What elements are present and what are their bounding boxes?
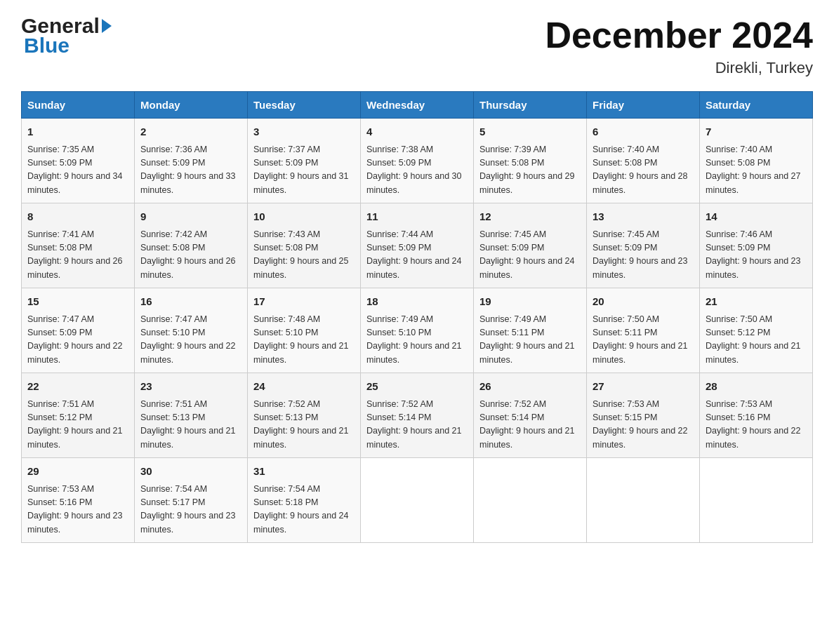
header-wednesday: Wednesday bbox=[361, 92, 474, 119]
day-info: Sunrise: 7:39 AMSunset: 5:08 PMDaylight:… bbox=[479, 143, 581, 198]
day-number: 8 bbox=[27, 209, 128, 225]
day-info: Sunrise: 7:50 AMSunset: 5:12 PMDaylight:… bbox=[706, 313, 807, 368]
day-number: 19 bbox=[479, 294, 581, 310]
page-subtitle: Direkli, Turkey bbox=[545, 59, 813, 77]
day-number: 10 bbox=[253, 209, 355, 225]
day-number: 25 bbox=[366, 379, 468, 395]
calendar-table: SundayMondayTuesdayWednesdayThursdayFrid… bbox=[21, 91, 813, 543]
day-number: 27 bbox=[593, 379, 694, 395]
day-number: 15 bbox=[27, 294, 128, 310]
week-row-2: 8Sunrise: 7:41 AMSunset: 5:08 PMDaylight… bbox=[22, 203, 813, 288]
day-cell-3: 3Sunrise: 7:37 AMSunset: 5:09 PMDaylight… bbox=[248, 119, 361, 203]
day-cell-15: 15Sunrise: 7:47 AMSunset: 5:09 PMDayligh… bbox=[22, 288, 135, 373]
day-number: 7 bbox=[706, 124, 807, 140]
day-cell-18: 18Sunrise: 7:49 AMSunset: 5:10 PMDayligh… bbox=[361, 288, 474, 373]
empty-cell bbox=[474, 458, 587, 543]
day-info: Sunrise: 7:48 AMSunset: 5:10 PMDaylight:… bbox=[253, 313, 355, 368]
day-info: Sunrise: 7:54 AMSunset: 5:17 PMDaylight:… bbox=[140, 483, 241, 537]
week-row-3: 15Sunrise: 7:47 AMSunset: 5:09 PMDayligh… bbox=[22, 288, 813, 373]
day-number: 4 bbox=[366, 124, 468, 140]
day-cell-5: 5Sunrise: 7:39 AMSunset: 5:08 PMDaylight… bbox=[474, 119, 587, 203]
day-cell-1: 1Sunrise: 7:35 AMSunset: 5:09 PMDaylight… bbox=[22, 119, 135, 203]
day-info: Sunrise: 7:45 AMSunset: 5:09 PMDaylight:… bbox=[479, 228, 581, 283]
header-saturday: Saturday bbox=[700, 92, 813, 119]
day-info: Sunrise: 7:51 AMSunset: 5:12 PMDaylight:… bbox=[27, 398, 128, 452]
day-info: Sunrise: 7:38 AMSunset: 5:09 PMDaylight:… bbox=[366, 143, 468, 198]
day-cell-6: 6Sunrise: 7:40 AMSunset: 5:08 PMDaylight… bbox=[587, 119, 700, 203]
header-row: SundayMondayTuesdayWednesdayThursdayFrid… bbox=[22, 92, 813, 119]
header-thursday: Thursday bbox=[474, 92, 587, 119]
logo-arrow-icon bbox=[102, 19, 112, 33]
day-number: 14 bbox=[706, 209, 807, 225]
header-friday: Friday bbox=[587, 92, 700, 119]
day-info: Sunrise: 7:41 AMSunset: 5:08 PMDaylight:… bbox=[27, 228, 128, 283]
day-info: Sunrise: 7:53 AMSunset: 5:16 PMDaylight:… bbox=[706, 398, 807, 452]
day-cell-17: 17Sunrise: 7:48 AMSunset: 5:10 PMDayligh… bbox=[248, 288, 361, 373]
day-cell-8: 8Sunrise: 7:41 AMSunset: 5:08 PMDaylight… bbox=[22, 203, 135, 288]
day-info: Sunrise: 7:54 AMSunset: 5:18 PMDaylight:… bbox=[253, 483, 355, 537]
day-info: Sunrise: 7:53 AMSunset: 5:16 PMDaylight:… bbox=[27, 483, 128, 537]
day-cell-7: 7Sunrise: 7:40 AMSunset: 5:08 PMDaylight… bbox=[700, 119, 813, 203]
day-cell-14: 14Sunrise: 7:46 AMSunset: 5:09 PMDayligh… bbox=[700, 203, 813, 288]
day-info: Sunrise: 7:44 AMSunset: 5:09 PMDaylight:… bbox=[366, 228, 468, 283]
day-cell-31: 31Sunrise: 7:54 AMSunset: 5:18 PMDayligh… bbox=[248, 458, 361, 543]
day-info: Sunrise: 7:52 AMSunset: 5:13 PMDaylight:… bbox=[253, 398, 355, 452]
week-row-4: 22Sunrise: 7:51 AMSunset: 5:12 PMDayligh… bbox=[22, 373, 813, 458]
day-cell-28: 28Sunrise: 7:53 AMSunset: 5:16 PMDayligh… bbox=[700, 373, 813, 458]
day-cell-9: 9Sunrise: 7:42 AMSunset: 5:08 PMDaylight… bbox=[135, 203, 248, 288]
day-info: Sunrise: 7:52 AMSunset: 5:14 PMDaylight:… bbox=[479, 398, 581, 452]
day-cell-22: 22Sunrise: 7:51 AMSunset: 5:12 PMDayligh… bbox=[22, 373, 135, 458]
day-number: 6 bbox=[593, 124, 694, 140]
day-number: 23 bbox=[140, 379, 241, 395]
day-cell-21: 21Sunrise: 7:50 AMSunset: 5:12 PMDayligh… bbox=[700, 288, 813, 373]
day-number: 26 bbox=[479, 379, 581, 395]
day-number: 30 bbox=[140, 464, 241, 480]
day-number: 3 bbox=[253, 124, 355, 140]
day-info: Sunrise: 7:36 AMSunset: 5:09 PMDaylight:… bbox=[140, 143, 241, 198]
day-number: 18 bbox=[366, 294, 468, 310]
page-header: General Blue December 2024 Direkli, Turk… bbox=[21, 14, 813, 77]
day-info: Sunrise: 7:37 AMSunset: 5:09 PMDaylight:… bbox=[253, 143, 355, 198]
day-cell-4: 4Sunrise: 7:38 AMSunset: 5:09 PMDaylight… bbox=[361, 119, 474, 203]
header-sunday: Sunday bbox=[22, 92, 135, 119]
day-cell-19: 19Sunrise: 7:49 AMSunset: 5:11 PMDayligh… bbox=[474, 288, 587, 373]
day-number: 9 bbox=[140, 209, 241, 225]
day-info: Sunrise: 7:51 AMSunset: 5:13 PMDaylight:… bbox=[140, 398, 241, 452]
day-info: Sunrise: 7:35 AMSunset: 5:09 PMDaylight:… bbox=[27, 143, 128, 198]
day-info: Sunrise: 7:47 AMSunset: 5:09 PMDaylight:… bbox=[27, 313, 128, 368]
day-cell-27: 27Sunrise: 7:53 AMSunset: 5:15 PMDayligh… bbox=[587, 373, 700, 458]
day-info: Sunrise: 7:40 AMSunset: 5:08 PMDaylight:… bbox=[593, 143, 694, 198]
day-info: Sunrise: 7:46 AMSunset: 5:09 PMDaylight:… bbox=[706, 228, 807, 283]
day-number: 13 bbox=[593, 209, 694, 225]
day-number: 29 bbox=[27, 464, 128, 480]
logo-blue-text: Blue bbox=[24, 34, 113, 58]
page-title: December 2024 bbox=[545, 14, 813, 56]
day-cell-25: 25Sunrise: 7:52 AMSunset: 5:14 PMDayligh… bbox=[361, 373, 474, 458]
day-info: Sunrise: 7:43 AMSunset: 5:08 PMDaylight:… bbox=[253, 228, 355, 283]
logo: General Blue bbox=[21, 14, 113, 58]
day-cell-24: 24Sunrise: 7:52 AMSunset: 5:13 PMDayligh… bbox=[248, 373, 361, 458]
day-info: Sunrise: 7:45 AMSunset: 5:09 PMDaylight:… bbox=[593, 228, 694, 283]
day-number: 11 bbox=[366, 209, 468, 225]
day-number: 28 bbox=[706, 379, 807, 395]
day-number: 1 bbox=[27, 124, 128, 140]
empty-cell bbox=[700, 458, 813, 543]
day-cell-13: 13Sunrise: 7:45 AMSunset: 5:09 PMDayligh… bbox=[587, 203, 700, 288]
day-info: Sunrise: 7:53 AMSunset: 5:15 PMDaylight:… bbox=[593, 398, 694, 452]
week-row-1: 1Sunrise: 7:35 AMSunset: 5:09 PMDaylight… bbox=[22, 119, 813, 203]
empty-cell bbox=[587, 458, 700, 543]
week-row-5: 29Sunrise: 7:53 AMSunset: 5:16 PMDayligh… bbox=[22, 458, 813, 543]
empty-cell bbox=[361, 458, 474, 543]
day-info: Sunrise: 7:42 AMSunset: 5:08 PMDaylight:… bbox=[140, 228, 241, 283]
title-section: December 2024 Direkli, Turkey bbox=[545, 14, 813, 77]
day-number: 2 bbox=[140, 124, 241, 140]
day-info: Sunrise: 7:49 AMSunset: 5:11 PMDaylight:… bbox=[479, 313, 581, 368]
day-info: Sunrise: 7:40 AMSunset: 5:08 PMDaylight:… bbox=[706, 143, 807, 198]
day-cell-2: 2Sunrise: 7:36 AMSunset: 5:09 PMDaylight… bbox=[135, 119, 248, 203]
header-tuesday: Tuesday bbox=[248, 92, 361, 119]
day-number: 12 bbox=[479, 209, 581, 225]
day-number: 22 bbox=[27, 379, 128, 395]
day-number: 17 bbox=[253, 294, 355, 310]
day-number: 16 bbox=[140, 294, 241, 310]
day-cell-11: 11Sunrise: 7:44 AMSunset: 5:09 PMDayligh… bbox=[361, 203, 474, 288]
